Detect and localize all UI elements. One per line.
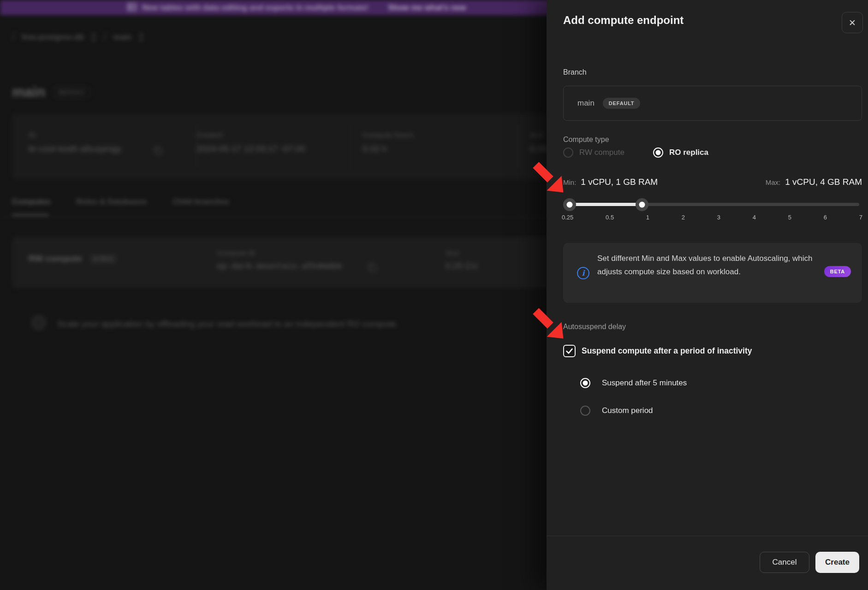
autoscaling-info-box: i Set different Min and Max values to en… <box>563 243 862 303</box>
table-icon <box>127 3 137 13</box>
option-suspend-5-minutes[interactable]: Suspend after 5 minutes <box>580 378 687 388</box>
slider-selected-range <box>570 203 642 206</box>
tab-child-branches[interactable]: Child branches <box>172 197 229 206</box>
slider-max-handle[interactable] <box>636 198 648 211</box>
size-value: 0.25 CU <box>446 261 478 271</box>
ro-replica-option-label: RO replica <box>669 148 708 157</box>
status-text: IDLE <box>100 256 113 261</box>
slider-min-handle[interactable] <box>563 198 576 211</box>
status-dot-icon <box>94 257 97 260</box>
breadcrumb-separator: / <box>12 30 15 44</box>
radio-suspend-5-minutes[interactable] <box>580 378 590 388</box>
compute-name-cell: RW compute IDLE <box>29 254 116 264</box>
breadcrumb: / free-postgres-db / main <box>12 29 144 46</box>
branch-select[interactable]: main DEFAULT <box>563 86 862 121</box>
branch-value: main <box>577 99 595 108</box>
info-icon: i <box>577 267 589 279</box>
breadcrumb-separator: / <box>103 30 107 44</box>
chevron-updown-icon[interactable] <box>138 32 144 42</box>
radio-custom-period[interactable] <box>580 406 590 416</box>
autosuspend-label: Autosuspend delay <box>563 323 626 331</box>
max-label: Max: <box>766 178 781 186</box>
tick-label: 7 <box>859 214 862 221</box>
size-label: Size <box>446 249 459 257</box>
active-hours-label: Acti <box>530 131 543 139</box>
size-minmax-row: Min: 1 vCPU, 1 GB RAM Max: 1 vCPU, 4 GB … <box>563 177 862 187</box>
compute-id-label: Compute ID <box>217 249 256 257</box>
tick-label: 6 <box>824 214 827 221</box>
created-label: Created <box>196 131 222 139</box>
app-screen: New tables with data editing and exports… <box>0 0 868 590</box>
rw-compute-option-label: RW compute <box>579 148 624 157</box>
tick-label: 5 <box>788 214 791 221</box>
breadcrumb-branch[interactable]: main <box>113 33 132 42</box>
compute-type-options: RW compute RO replica <box>563 148 708 158</box>
slider-tick-labels: 0.25 0.5 1 2 3 4 5 6 7 <box>562 214 862 221</box>
copy-icon[interactable] <box>153 146 163 158</box>
empty-state-text: Scale your application by offloading you… <box>57 319 398 329</box>
tick-label: 0.5 <box>606 214 614 221</box>
divider <box>518 124 518 169</box>
status-badge: IDLE <box>90 254 116 263</box>
compute-name: RW compute <box>29 254 82 264</box>
tick-label: 1 <box>646 214 649 221</box>
checkmark-icon <box>565 347 574 355</box>
page-title: main <box>12 84 45 100</box>
active-hours-value: 0.09 <box>530 144 547 154</box>
copy-icon[interactable] <box>367 263 377 275</box>
banner-cta-link[interactable]: Show me what's new <box>388 3 466 12</box>
tick-label: 2 <box>682 214 685 221</box>
divider <box>351 124 351 169</box>
close-button[interactable]: ✕ <box>842 12 863 33</box>
tick-label: 0.25 <box>562 214 573 221</box>
branch-title-row: main DEFAULT <box>12 84 91 100</box>
add-compute-endpoint-drawer: Add compute endpoint ✕ Branch main DEFAU… <box>547 0 868 590</box>
annotation-arrow-min-slider <box>531 160 566 195</box>
chevron-updown-icon[interactable] <box>90 32 97 42</box>
tab-computes[interactable]: Computes <box>12 197 50 206</box>
custom-period-label: Custom period <box>602 406 653 415</box>
drawer-title: Add compute endpoint <box>563 14 684 27</box>
cancel-button[interactable]: Cancel <box>760 552 809 573</box>
default-badge: DEFAULT <box>53 87 91 98</box>
chip-icon <box>30 314 47 333</box>
compute-size-slider[interactable] <box>566 203 859 206</box>
tab-roles-databases[interactable]: Roles & Databases <box>76 197 147 206</box>
radio-rw-compute[interactable] <box>563 148 573 158</box>
ro-compute-empty-state: Scale your application by offloading you… <box>30 314 398 333</box>
footer-divider <box>547 536 868 536</box>
active-tab-underline <box>12 214 49 216</box>
id-value: br-cool-tooth-a5uzpmgy <box>29 144 121 154</box>
radio-ro-replica[interactable] <box>653 148 663 158</box>
branch-default-badge: DEFAULT <box>603 98 641 109</box>
suspend-checkbox[interactable] <box>563 345 576 357</box>
tick-label: 3 <box>717 214 720 221</box>
compute-hours-label: Compute hours <box>363 131 414 139</box>
create-button[interactable]: Create <box>815 552 859 573</box>
autoscaling-info-text: Set different Min and Max values to enab… <box>597 252 813 278</box>
min-value: 1 vCPU, 1 GB RAM <box>581 177 658 187</box>
banner-message: New tables with data editing and exports… <box>142 3 369 12</box>
branch-tabs: Computes Roles & Databases Child branche… <box>12 197 229 206</box>
suspend-5-minutes-label: Suspend after 5 minutes <box>602 378 687 388</box>
breadcrumb-project[interactable]: free-postgres-db <box>22 33 84 42</box>
id-label: ID <box>29 131 36 139</box>
max-value: 1 vCPU, 4 GB RAM <box>785 177 862 187</box>
beta-badge: BETA <box>824 266 851 277</box>
close-icon: ✕ <box>849 18 856 28</box>
compute-id-value: ep-dark-mountain-a5h4mmbm <box>217 261 342 271</box>
compute-hours-value: 0.02 h <box>363 144 387 154</box>
suspend-checkbox-label: Suspend compute after a period of inacti… <box>582 346 752 356</box>
option-custom-period[interactable]: Custom period <box>580 406 653 416</box>
annotation-arrow-autosuspend <box>531 307 566 342</box>
created-value: 2024-05-17 12:03:17 -07:00 <box>196 144 305 154</box>
compute-type-label: Compute type <box>563 136 609 144</box>
tick-label: 4 <box>753 214 756 221</box>
branch-label: Branch <box>563 68 587 77</box>
